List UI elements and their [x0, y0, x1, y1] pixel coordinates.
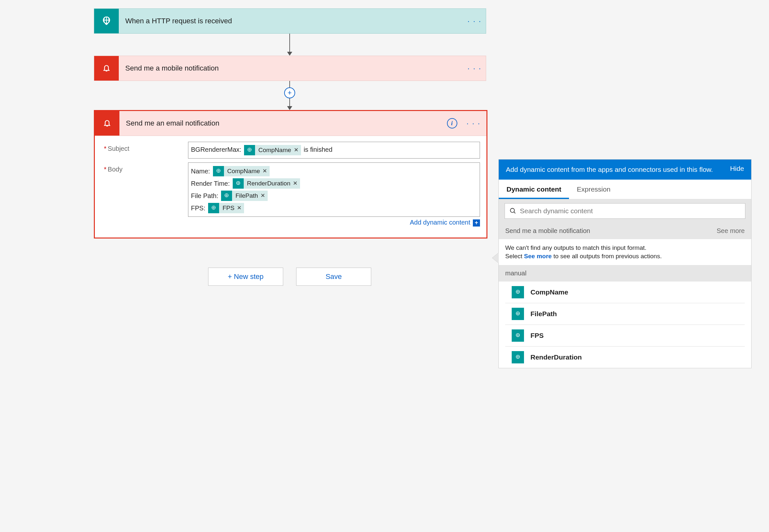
email-header-actions: i · · ·: [441, 111, 486, 136]
bell-icon: [95, 111, 119, 136]
trigger-menu-button[interactable]: · · ·: [463, 9, 486, 33]
panel-header-text: Add dynamic content from the apps and co…: [506, 165, 724, 174]
tab-expression[interactable]: Expression: [569, 180, 618, 199]
http-token-icon: [512, 308, 524, 320]
body-input[interactable]: Name:CompName✕Render Time:RenderDuration…: [188, 162, 480, 217]
body-line-label: Render Time:: [191, 178, 230, 189]
body-line-label: File Path:: [191, 190, 218, 201]
add-dynamic-content-link[interactable]: Add dynamic content+: [188, 219, 480, 227]
body-line-label: Name:: [191, 166, 210, 177]
http-token-icon: [221, 191, 232, 201]
mobile-menu-button[interactable]: · · ·: [463, 56, 486, 81]
mobile-notification-step[interactable]: Send me a mobile notification · · ·: [94, 56, 486, 81]
http-token-icon: [213, 166, 224, 176]
panel-pointer-icon: [492, 253, 499, 263]
body-label: *Body: [104, 162, 188, 173]
http-token-icon: [512, 329, 524, 342]
section-mobile-notification: Send me a mobile notification: [505, 227, 590, 235]
dynamic-item-fps[interactable]: FPS: [505, 325, 745, 347]
token-remove-icon[interactable]: ✕: [261, 190, 265, 201]
dynamic-item-renderduration[interactable]: RenderDuration: [505, 347, 745, 368]
token-remove-icon[interactable]: ✕: [294, 145, 298, 156]
http-token-icon: [233, 178, 244, 189]
hide-panel-button[interactable]: Hide: [730, 165, 744, 172]
email-notification-title: Send me an email notification: [119, 111, 441, 136]
token-fps[interactable]: FPS✕: [208, 203, 244, 213]
svg-line-7: [514, 212, 516, 214]
section-manual: manual: [505, 270, 527, 277]
search-input[interactable]: [519, 207, 741, 215]
subject-prefix-text: BGRendererMax:: [191, 146, 241, 153]
http-token-icon: [512, 351, 524, 363]
mobile-notification-title: Send me a mobile notification: [119, 56, 463, 81]
save-button[interactable]: Save: [296, 268, 371, 286]
plus-icon: +: [473, 219, 480, 227]
http-token-icon: [208, 203, 219, 213]
tab-dynamic-content[interactable]: Dynamic content: [499, 180, 569, 199]
token-renderduration[interactable]: RenderDuration✕: [233, 178, 300, 189]
trigger-title: When a HTTP request is received: [119, 9, 463, 33]
token-filepath[interactable]: FilePath✕: [221, 191, 268, 201]
body-line-label: FPS:: [191, 203, 205, 214]
email-notification-step: Send me an email notification i · · · *S…: [94, 110, 487, 238]
search-icon: [509, 207, 517, 215]
token-compname[interactable]: CompName ✕: [244, 145, 301, 155]
no-outputs-message: We can't find any outputs to match this …: [499, 239, 751, 265]
bell-icon: [94, 56, 119, 81]
email-menu-button[interactable]: · · ·: [466, 119, 480, 128]
token-remove-icon[interactable]: ✕: [262, 166, 267, 177]
insert-step-button[interactable]: +: [284, 87, 295, 98]
token-remove-icon[interactable]: ✕: [237, 203, 241, 214]
trigger-step[interactable]: When a HTTP request is received · · ·: [94, 8, 486, 34]
search-dynamic-content[interactable]: [505, 203, 745, 219]
svg-point-6: [510, 208, 515, 213]
info-icon[interactable]: i: [447, 118, 457, 128]
subject-suffix-text: is finished: [304, 146, 332, 153]
subject-label: *Subject: [104, 142, 188, 152]
http-token-icon: [512, 286, 524, 298]
token-remove-icon[interactable]: ✕: [293, 178, 297, 189]
new-step-button[interactable]: + New step: [208, 268, 283, 286]
http-token-icon: [244, 145, 255, 155]
http-request-icon: [94, 9, 119, 33]
dynamic-item-compname[interactable]: CompName: [505, 282, 745, 303]
subject-input[interactable]: BGRendererMax: CompName ✕ is finished: [188, 142, 480, 159]
see-more-link[interactable]: See more: [717, 227, 745, 235]
token-compname[interactable]: CompName✕: [213, 166, 270, 176]
dynamic-item-filepath[interactable]: FilePath: [505, 303, 745, 325]
dynamic-content-panel: Add dynamic content from the apps and co…: [498, 159, 752, 368]
